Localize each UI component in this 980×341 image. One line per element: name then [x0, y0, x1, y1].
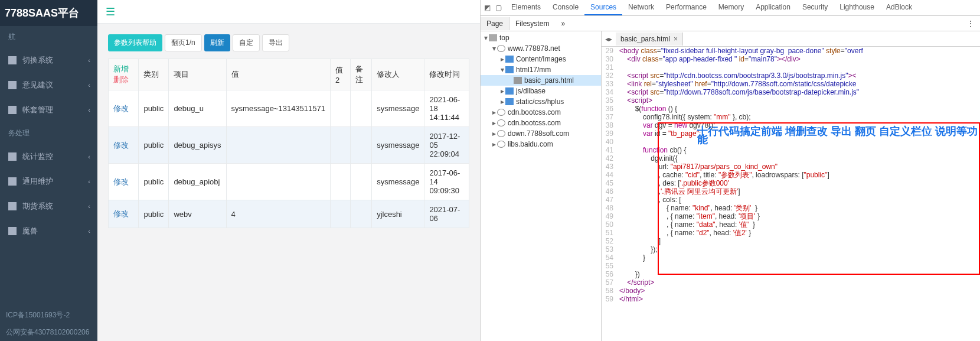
app-window: 7788SAAS平台 航 切换系统‹意见建议‹帐套管理‹ 务处理 统计监控‹通用…: [0, 0, 480, 341]
head-item: 项目: [169, 59, 226, 90]
main-area: ☰ 参数列表帮助 翻页1/n 刷新 自定 导出 新增 删除 类别 项目 值 值2…: [97, 0, 480, 341]
tree-file-selected[interactable]: basic_pars.html: [481, 75, 601, 86]
filesystem-tab[interactable]: Filesystem: [509, 17, 555, 30]
sidebar-item[interactable]: 魔兽‹: [0, 219, 97, 243]
devtools-tab-lighthouse[interactable]: Lighthouse: [834, 0, 880, 15]
table-row: 修改publicwebv4yjlceshi2021-07-06: [109, 200, 469, 228]
menu-icon: [8, 152, 17, 161]
chevron-left-icon: ‹: [88, 153, 90, 160]
hamburger-icon[interactable]: ☰: [106, 5, 115, 18]
edit-link[interactable]: 修改: [113, 141, 129, 150]
head-action: 新增 删除: [109, 59, 139, 90]
data-table: 新增 删除 类别 项目 值 值2 备注 修改人 修改时间 修改publicdeb…: [108, 59, 469, 228]
tree-folder[interactable]: ▸static/css/hplus: [481, 96, 601, 107]
devtools-tab-network[interactable]: Network: [622, 0, 660, 15]
devtools-tab-sources[interactable]: Sources: [584, 0, 622, 15]
menu-icon: [8, 202, 17, 210]
chevron-left-icon: ‹: [88, 203, 90, 210]
toolbar: 参数列表帮助 翻页1/n 刷新 自定 导出: [108, 34, 469, 51]
topbar: ☰: [97, 0, 480, 24]
inspect-icon[interactable]: ◩: [484, 4, 491, 12]
chevron-left-icon: ‹: [88, 82, 90, 89]
editor-pane: ◂▸ basic_pars.html × 29<body class="fixe…: [602, 31, 980, 341]
sidebar-item[interactable]: 切换系统‹: [0, 48, 97, 73]
help-button[interactable]: 参数列表帮助: [108, 34, 162, 51]
edit-link[interactable]: 修改: [113, 104, 129, 113]
devtools-tab-security[interactable]: Security: [796, 0, 834, 15]
page-button[interactable]: 翻页1/n: [165, 34, 202, 51]
code-editor[interactable]: 29<body class="fixed-sidebar full-height…: [602, 47, 980, 341]
table-row: 修改publicdebug_usysmessage~13143511571sys…: [109, 90, 469, 127]
sidebar-item[interactable]: 意见建议‹: [0, 73, 97, 98]
overrides-tab[interactable]: »: [555, 17, 571, 30]
head-time: 修改时间: [424, 59, 469, 90]
file-tree: ▾top ▾www.778878.net ▸Content/Images ▾ht…: [481, 31, 602, 341]
devtools-tabs: ◩ ▢ ElementsConsoleSourcesNetworkPerform…: [481, 0, 980, 16]
menu-icon: [8, 227, 17, 235]
sidebar-item[interactable]: 通用维护‹: [0, 169, 97, 194]
device-icon[interactable]: ▢: [495, 4, 502, 12]
close-icon[interactable]: ×: [674, 35, 678, 43]
menu-icon: [8, 177, 17, 186]
sidebar-item[interactable]: 期货系统‹: [0, 194, 97, 219]
export-button[interactable]: 导出: [262, 34, 289, 51]
tree-domain[interactable]: ▸cdn.bootcss.com: [481, 118, 601, 128]
icp-text: ICP备15001693号-2: [0, 307, 97, 324]
menu-icon: [8, 106, 17, 114]
devtools-tab-performance[interactable]: Performance: [660, 0, 713, 15]
edit-link[interactable]: 修改: [113, 177, 129, 186]
tree-domain[interactable]: ▸down.7788soft.com: [481, 128, 601, 139]
chevron-left-icon: ‹: [88, 178, 90, 185]
tree-domain[interactable]: ▾www.778878.net: [481, 43, 601, 54]
menu-icon: [8, 56, 17, 64]
refresh-button[interactable]: 刷新: [204, 34, 230, 51]
menu-icon: [8, 81, 17, 89]
chevron-left-icon: ‹: [88, 228, 90, 235]
sidebar-item[interactable]: 帐套管理‹: [0, 98, 97, 122]
tree-folder[interactable]: ▸Content/Images: [481, 54, 601, 64]
chevron-left-icon: ‹: [88, 57, 90, 64]
head-remark: 备注: [350, 59, 372, 90]
more-icon[interactable]: ⋮: [961, 17, 980, 30]
devtools-tab-elements[interactable]: Elements: [505, 0, 547, 15]
head-editor: 修改人: [372, 59, 424, 90]
head-value: 值: [226, 59, 330, 90]
tree-folder[interactable]: ▾html17/mm: [481, 64, 601, 75]
nav-label: 航: [0, 26, 97, 48]
gongan-text: 公网安备43078102000206: [0, 324, 97, 341]
tree-folder[interactable]: ▸js/dllbase: [481, 86, 601, 96]
head-value2: 值2: [330, 59, 350, 90]
table-row: 修改publicdebug_apiobjsysmessage2017-06-14…: [109, 164, 469, 200]
edit-link[interactable]: 修改: [113, 209, 129, 218]
section-label: 务处理: [0, 122, 97, 144]
custom-button[interactable]: 自定: [233, 34, 260, 51]
devtools-tab-memory[interactable]: Memory: [713, 0, 750, 15]
sources-subtabs: Page Filesystem » ⋮: [481, 16, 980, 31]
devtools-tab-application[interactable]: Application: [750, 0, 796, 15]
sidebar: 7788SAAS平台 航 切换系统‹意见建议‹帐套管理‹ 务处理 统计监控‹通用…: [0, 0, 97, 341]
devtools-tab-adblock[interactable]: AdBlock: [880, 0, 918, 15]
table-row: 修改publicdebug_apisyssysmessage2017-12-05…: [109, 127, 469, 164]
page-tab[interactable]: Page: [481, 17, 509, 30]
sidebar-item[interactable]: 统计监控‹: [0, 144, 97, 169]
editor-tab[interactable]: basic_pars.html ×: [616, 33, 683, 46]
devtools-tab-console[interactable]: Console: [547, 0, 584, 15]
tree-domain[interactable]: ▸cdn.bootcss.com: [481, 107, 601, 118]
nav-icon[interactable]: ◂▸: [602, 35, 616, 43]
devtools: ◩ ▢ ElementsConsoleSourcesNetworkPerform…: [480, 0, 980, 341]
chevron-left-icon: ‹: [88, 106, 90, 113]
tree-domain[interactable]: ▸libs.baidu.com: [481, 139, 601, 150]
app-title: 7788SAAS平台: [0, 0, 97, 26]
head-kind: 类别: [139, 59, 169, 90]
tree-top[interactable]: ▾top: [481, 33, 601, 43]
